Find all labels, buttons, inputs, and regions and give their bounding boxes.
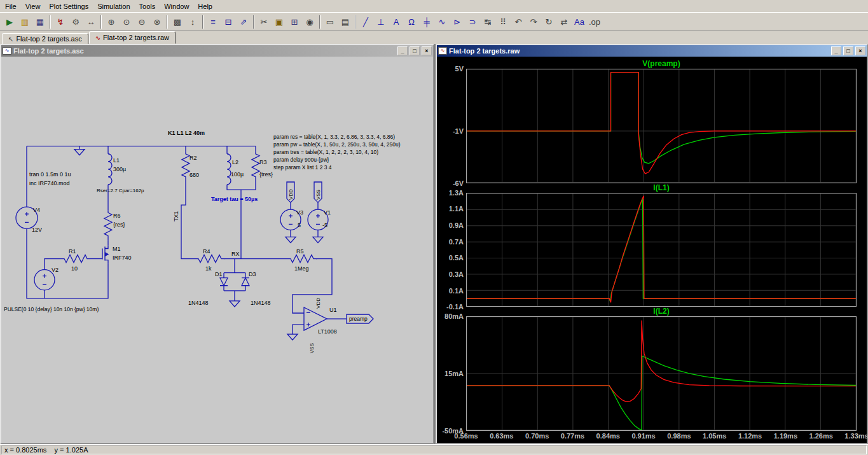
inductor-icon[interactable]: ∿ (434, 15, 450, 29)
menu-item-simulation[interactable]: Simulation (93, 1, 134, 11)
trace-label-v-preamp[interactable]: V(preamp) (466, 59, 857, 69)
autorange-icon[interactable]: ↕ (185, 15, 200, 29)
component-r1[interactable] (62, 255, 90, 263)
r3-name[interactable]: R3 (259, 159, 267, 165)
netlist-icon[interactable]: ≡ (205, 15, 221, 29)
print-setup-icon[interactable]: ▭ (322, 15, 338, 29)
l1-parasitics[interactable]: Rser=2.7 Cpar=162p (97, 188, 144, 193)
r1-name[interactable]: R1 (69, 248, 76, 255)
component-r5[interactable] (288, 255, 317, 263)
step-directive[interactable]: step param X list 1 2 3 4 (273, 164, 332, 171)
r1-value[interactable]: 10 (71, 265, 78, 272)
ground-icon[interactable]: ⊥ (373, 15, 389, 29)
v1-value[interactable]: -5 (322, 222, 327, 228)
comment-target-tau[interactable]: Target tau = 50µs (211, 196, 258, 202)
minimize-button[interactable]: _ (831, 46, 841, 55)
d1-value[interactable]: 1N4148 (188, 300, 209, 306)
vss-flag-label[interactable]: VSS (315, 190, 321, 200)
param-pw[interactable]: param pw = table(X, 1, 50u, 2, 250u, 3, … (273, 141, 401, 148)
component-r2[interactable] (182, 151, 189, 182)
r5-value[interactable]: 1Meg (294, 265, 309, 272)
rotate-icon[interactable]: ↻ (541, 15, 556, 29)
capacitor-icon[interactable]: ╪ (419, 15, 434, 29)
zoom-fit-icon[interactable]: ⊗ (149, 15, 165, 29)
tab-flat-top-2-targets-asc[interactable]: ↖Flat-top 2 targets.asc (2, 33, 88, 44)
m1-name[interactable]: M1 (113, 245, 121, 251)
plot-i-l1[interactable] (466, 193, 857, 307)
wire-icon[interactable]: ╱ (358, 15, 373, 29)
l1-name[interactable]: L1 (113, 157, 120, 164)
v4-name[interactable]: V4 (33, 207, 40, 213)
tab-flat-top-2-targets-raw[interactable]: ∿Flat-top 2 targets.raw (89, 31, 176, 44)
trace-label-i-l2[interactable]: I(L2) (466, 307, 857, 316)
close-button[interactable]: × (422, 46, 432, 55)
open-icon[interactable]: ▥ (17, 15, 32, 29)
plot-v-preamp[interactable] (466, 69, 857, 183)
param-tres[interactable]: param tres = table(X, 1, 2, 2, 2, 3, 10,… (273, 149, 378, 155)
l2-name[interactable]: L2 (232, 159, 238, 165)
zoom-in-icon[interactable]: ⊕ (104, 15, 119, 29)
copy-icon[interactable]: ▣ (272, 15, 287, 29)
r2-name[interactable]: R2 (189, 155, 197, 161)
m1-value[interactable]: IRF740 (113, 255, 132, 261)
find-icon[interactable]: ◉ (302, 15, 317, 29)
directive-inc[interactable]: inc IRF740.mod (29, 180, 69, 186)
text-icon[interactable]: Aa (572, 15, 587, 29)
r6-value[interactable]: {res} (113, 221, 125, 228)
probe-icon[interactable]: ↯ (53, 15, 68, 29)
trace-label-i-l1[interactable]: I(L1) (466, 183, 857, 193)
menu-item-help[interactable]: Help (193, 1, 217, 11)
minimize-button[interactable]: _ (397, 46, 408, 55)
v3-value[interactable]: 5 (298, 222, 301, 228)
d3-name[interactable]: D3 (249, 271, 256, 277)
waveform-titlebar[interactable]: ∿ Flat-top 2 targets.raw _ □ × (437, 45, 867, 57)
maximize-button[interactable]: □ (843, 46, 853, 55)
component-l2[interactable] (227, 154, 231, 185)
menu-item-view[interactable]: View (21, 1, 45, 11)
l1-value[interactable]: 300µ (113, 166, 126, 172)
r5-name[interactable]: R5 (296, 248, 304, 255)
u1-value[interactable]: LT1008 (318, 328, 337, 335)
drag-icon[interactable]: ⠿ (495, 15, 511, 29)
opamp-vss-label[interactable]: VSS (309, 343, 315, 353)
r6-name[interactable]: R6 (113, 213, 121, 219)
close-button[interactable]: × (855, 46, 865, 55)
k1-directive[interactable]: K1 L1 L2 40m (168, 130, 205, 136)
cut-icon[interactable]: ✂ (256, 15, 272, 29)
save-icon[interactable]: ▦ (32, 15, 48, 29)
print-icon[interactable]: ▤ (338, 15, 353, 29)
tx1-label[interactable]: TX1 (173, 211, 179, 222)
component-u1-opamp[interactable] (304, 307, 327, 330)
menu-item-tools[interactable]: Tools (135, 1, 160, 11)
zoom-out-icon[interactable]: ⊖ (134, 15, 149, 29)
component-d1[interactable] (220, 278, 228, 286)
r3-value[interactable]: {tres} (259, 171, 273, 178)
resistor-icon[interactable]: Ω (404, 15, 419, 29)
diode-icon[interactable]: ⊳ (450, 15, 465, 29)
schematic-canvas[interactable]: tran 0 1.5m 0 1u inc IRF740.mod V4 12V L… (1, 57, 433, 443)
r4-name[interactable]: R4 (203, 248, 210, 255)
v1-name[interactable]: V1 (324, 209, 331, 216)
schematic-titlebar[interactable]: ∿ Flat-top 2 targets.asc _ □ × (1, 45, 433, 57)
run-icon[interactable]: ▶ (2, 15, 17, 29)
d1-name[interactable]: D1 (215, 271, 223, 277)
schematic-text[interactable]: tran 0 1.5m 0 1u inc IRF740.mod V4 12V L… (4, 130, 401, 354)
d3-value[interactable]: 1N4148 (251, 300, 271, 306)
menu-item-plot-settings[interactable]: Plot Settings (45, 1, 93, 11)
v2-pulse-value[interactable]: PULSE(0 10 {delay} 10n 10n {pw} 10m) (4, 306, 99, 312)
u1-name[interactable]: U1 (329, 307, 337, 313)
component-m1[interactable] (102, 245, 108, 263)
param-res[interactable]: param res = table(X, 1, 3.3, 2, 6.86, 3,… (273, 134, 395, 140)
vdd-flag-label[interactable]: VDD (288, 189, 294, 200)
copy-bitmap-icon[interactable]: ⊟ (221, 15, 236, 29)
undo-icon[interactable]: ↶ (511, 15, 526, 29)
mirror-icon[interactable]: ⇄ (556, 15, 572, 29)
move-icon[interactable]: ↹ (480, 15, 495, 29)
maximize-button[interactable]: □ (410, 46, 420, 55)
param-delay[interactable]: param delay 900u-{pw} (273, 157, 329, 163)
label-icon[interactable]: A (389, 15, 404, 29)
control-panel-icon[interactable]: ⚙ (68, 15, 83, 29)
v4-value[interactable]: 12V (32, 227, 42, 233)
l2-value[interactable]: 100µ (231, 171, 244, 178)
rx-net-label[interactable]: RX (231, 251, 240, 257)
